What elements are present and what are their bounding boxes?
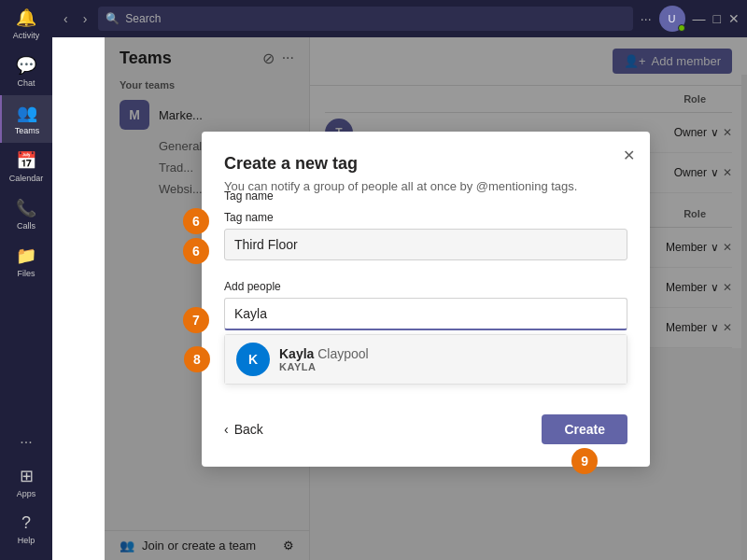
tag-name-label: Tag name: [224, 189, 274, 203]
suggestion-name: Kayla Claypool: [279, 346, 369, 361]
minimize-button[interactable]: —: [693, 11, 706, 26]
tag-name-input[interactable]: [224, 229, 627, 260]
back-button[interactable]: ‹: [60, 9, 72, 28]
nav-item-calendar[interactable]: 📅 Calendar: [0, 143, 52, 190]
calls-icon: 📞: [16, 198, 36, 218]
suggestion-item-kayla[interactable]: K Kayla Claypool KAYLA: [225, 335, 627, 384]
modal-description: You can notify a group of people all at …: [224, 179, 627, 193]
apps-icon: ⊞: [20, 466, 34, 486]
step-badge-9: 9: [571, 448, 598, 474]
left-nav: 🔔 Activity 💬 Chat 👥 Teams 📅 Calendar 📞 C…: [0, 0, 52, 560]
app-shell: 🔔 Activity 💬 Chat 👥 Teams 📅 Calendar 📞 C…: [0, 0, 747, 560]
title-actions: ··· U — □ ✕: [641, 6, 740, 32]
modal-overlay: ✕ Create a new tag You can notify a grou…: [105, 37, 747, 560]
calendar-icon: 📅: [16, 150, 36, 171]
files-icon: 📁: [16, 245, 36, 266]
back-button[interactable]: ‹ Back: [224, 422, 263, 437]
teams-icon: 👥: [17, 103, 37, 123]
forward-button[interactable]: ›: [79, 9, 92, 28]
tag-name-label: Tag name: [224, 211, 274, 224]
online-status-indicator: [678, 24, 685, 32]
step-badge-6: 6: [183, 208, 209, 234]
step-badge-8: 8: [184, 346, 210, 372]
nav-item-chat[interactable]: 💬 Chat: [0, 48, 52, 95]
close-window-button[interactable]: ✕: [728, 11, 740, 26]
suggestion-info: Kayla Claypool KAYLA: [279, 346, 369, 372]
search-icon: 🔍: [106, 12, 120, 25]
back-arrow-icon: ‹: [224, 422, 229, 437]
more-options-button[interactable]: ···: [641, 11, 652, 26]
nav-item-teams[interactable]: 👥 Teams: [0, 95, 52, 143]
main-content: Teams ⊘ ··· Your teams M Marke... Genera…: [105, 37, 747, 560]
activity-icon: 🔔: [16, 7, 36, 28]
search-bar[interactable]: 🔍 Search: [98, 7, 633, 31]
more-apps-dots[interactable]: ···: [20, 427, 32, 458]
help-icon: ?: [21, 513, 31, 533]
step-badge-6: 6: [183, 238, 209, 264]
step-badge-7: 7: [183, 307, 209, 333]
suggestion-sub: KAYLA: [279, 361, 369, 372]
suggestion-dropdown: 8 K Kayla Claypool KAYLA: [224, 334, 627, 385]
nav-item-activity[interactable]: 🔔 Activity: [0, 0, 52, 48]
add-people-label: Add people: [224, 280, 281, 293]
create-button[interactable]: Create: [542, 414, 627, 444]
add-people-input[interactable]: [224, 298, 627, 330]
suggestion-avatar: K: [236, 343, 270, 376]
create-tag-modal: ✕ Create a new tag You can notify a grou…: [202, 132, 650, 467]
nav-item-calls[interactable]: 📞 Calls: [0, 190, 52, 238]
user-avatar[interactable]: U: [659, 6, 685, 32]
modal-close-button[interactable]: ✕: [623, 147, 635, 164]
modal-title: Create a new tag: [224, 154, 627, 174]
maximize-button[interactable]: □: [713, 11, 721, 26]
title-bar: ‹ › 🔍 Search ··· U — □ ✕: [52, 0, 747, 37]
modal-footer: ‹ Back 9 Create: [224, 407, 627, 444]
nav-bottom: ··· ⊞ Apps ? Help: [0, 427, 52, 560]
chat-icon: 💬: [16, 55, 36, 76]
create-btn-container: 9 Create: [542, 414, 627, 444]
nav-item-help[interactable]: ? Help: [0, 506, 52, 553]
nav-item-files[interactable]: 📁 Files: [0, 238, 52, 286]
nav-item-apps[interactable]: ⊞ Apps: [0, 458, 52, 506]
